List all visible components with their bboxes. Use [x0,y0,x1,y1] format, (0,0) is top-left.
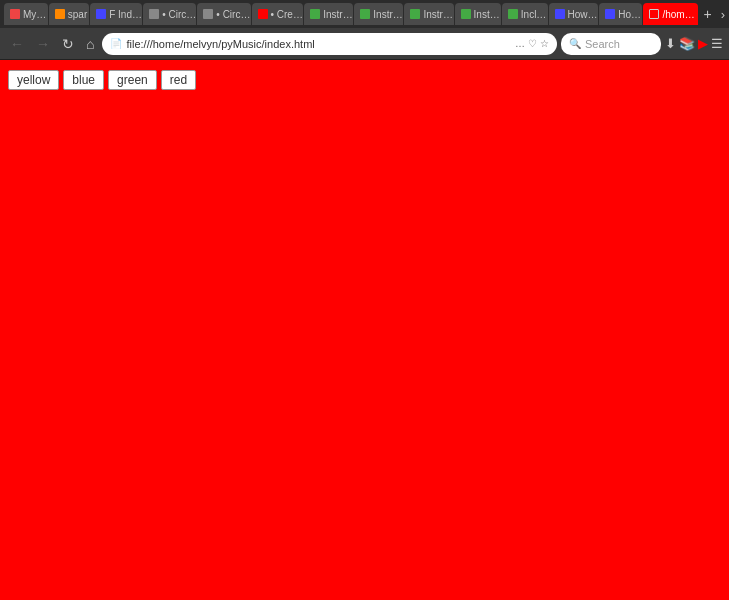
address-star-icon[interactable]: ☆ [540,38,549,49]
tab-my[interactable]: My… [4,3,48,25]
menu-icon[interactable]: ☰ [711,36,723,51]
tab-home-active[interactable]: /hom… ✕ [643,3,698,25]
youtube-icon[interactable]: ▶ [698,36,708,51]
color-buttons: yellow blue green red [8,70,721,90]
page-content: yellow blue green red [0,60,729,600]
tab-incl[interactable]: Incl… [502,3,548,25]
tab-instr3[interactable]: Instr… [404,3,453,25]
tab-instr2[interactable]: Instr… [354,3,403,25]
new-tab-button[interactable]: + [699,7,715,21]
download-icon[interactable]: ⬇ [665,36,676,51]
forward-button[interactable]: → [32,34,54,54]
tab-bar: My… spar F Ind… • Circ… • Circ… • Cre… I… [0,0,729,28]
address-file-icon: 📄 [110,38,122,49]
bookmarks-icon[interactable]: 📚 [679,36,695,51]
blue-button[interactable]: blue [63,70,104,90]
back-button[interactable]: ← [6,34,28,54]
search-icon: 🔍 [569,38,581,49]
tab-circ1[interactable]: • Circ… [143,3,196,25]
yellow-button[interactable]: yellow [8,70,59,90]
search-box[interactable]: 🔍 Search [561,33,661,55]
toolbar-right: ⬇ 📚 ▶ ☰ [665,36,723,51]
tab-overflow-button[interactable]: › [721,7,725,22]
tab-ho[interactable]: Ho… [599,3,642,25]
tab-how1[interactable]: How… [549,3,599,25]
tab-find[interactable]: F Ind… [90,3,142,25]
tab-circ2[interactable]: • Circ… [197,3,250,25]
address-bookmark-icon[interactable]: ♡ [528,38,537,49]
tab-spar[interactable]: spar [49,3,89,25]
address-icons: … ♡ ☆ [515,38,549,49]
tab-instr1[interactable]: Instr… [304,3,353,25]
nav-bar: ← → ↻ ⌂ 📄 file:///home/melvyn/pyMusic/in… [0,28,729,60]
address-bar[interactable]: 📄 file:///home/melvyn/pyMusic/index.html… [102,33,557,55]
tab-inst[interactable]: Inst… [455,3,501,25]
green-button[interactable]: green [108,70,157,90]
address-text: file:///home/melvyn/pyMusic/index.html [126,38,511,50]
address-more-icon[interactable]: … [515,38,525,49]
home-button[interactable]: ⌂ [82,34,98,54]
browser-chrome: My… spar F Ind… • Circ… • Circ… • Cre… I… [0,0,729,60]
reload-button[interactable]: ↻ [58,34,78,54]
search-placeholder: Search [585,38,620,50]
red-button[interactable]: red [161,70,196,90]
tab-cre[interactable]: • Cre… [252,3,304,25]
